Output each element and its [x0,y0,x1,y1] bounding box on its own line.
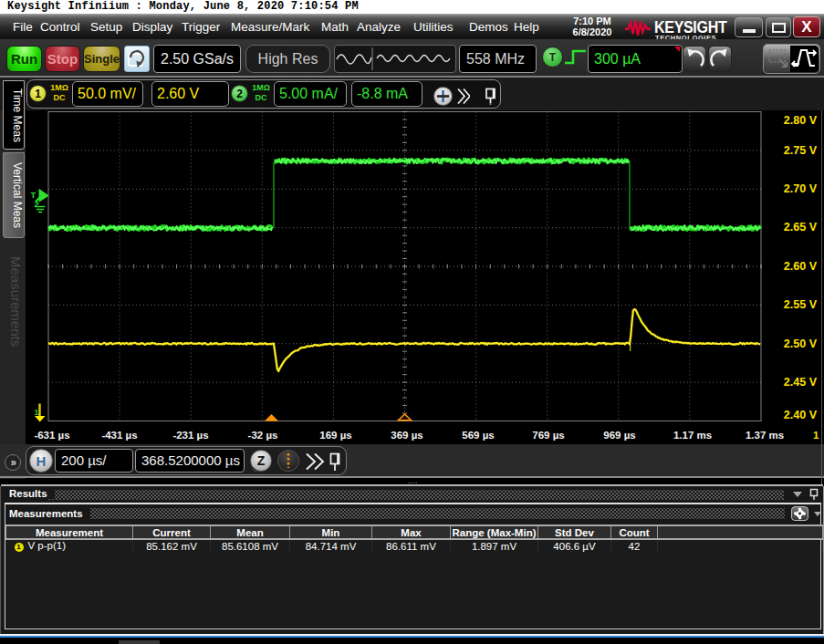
svg-text:1: 1 [35,408,39,417]
